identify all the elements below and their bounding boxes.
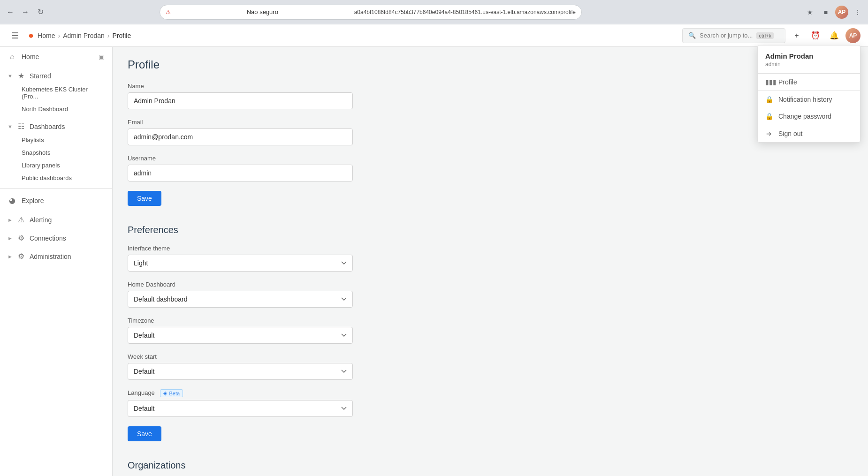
sidebar-section-administration: ► ⚙ Administration bbox=[0, 247, 112, 265]
beta-shield-icon: ◈ bbox=[163, 390, 167, 396]
sidebar-home-label: Home bbox=[22, 53, 39, 60]
sidebar-section-dashboards: ▼ ☷ Dashboards Playlists Snapshots Libra… bbox=[0, 117, 112, 186]
email-input[interactable] bbox=[128, 128, 353, 145]
sidebar-eks-label: Kubernetes EKS Cluster (Pro... bbox=[22, 86, 88, 100]
add-button[interactable]: + bbox=[789, 28, 804, 43]
profile-avatar-chrome[interactable]: AP bbox=[835, 6, 848, 19]
snapshots-label: Snapshots bbox=[22, 149, 50, 156]
dashboards-chevron: ▼ bbox=[8, 124, 13, 129]
beta-badge: ◈ Beta bbox=[160, 389, 183, 397]
sidebar-sub-item-snapshots[interactable]: Snapshots bbox=[0, 146, 112, 159]
sidebar-sub-item-library-panels[interactable]: Library panels bbox=[0, 159, 112, 172]
dropdown-role: admin bbox=[765, 61, 853, 68]
address-bar[interactable]: ⚠ Não seguro a0a4bf1086fd84c75bb377b640e… bbox=[160, 5, 582, 20]
more-menu[interactable]: ⋮ bbox=[851, 6, 864, 19]
clock-icon[interactable]: ⏰ bbox=[808, 28, 823, 43]
dropdown-username: Admin Prodan bbox=[765, 52, 853, 60]
sidebar-item-home[interactable]: ⌂ Home ▣ bbox=[0, 49, 112, 65]
search-placeholder: Search or jump to... bbox=[700, 32, 753, 39]
email-label: Email bbox=[128, 119, 853, 126]
dropdown-notification-history-label: Notification history bbox=[778, 96, 832, 103]
organizations-title: Organizations bbox=[128, 460, 853, 471]
administration-icon: ⚙ bbox=[16, 252, 26, 261]
preferences-title: Preferences bbox=[128, 225, 853, 235]
timezone-label: Timezone bbox=[128, 317, 853, 324]
bookmark-star[interactable]: ★ bbox=[803, 6, 816, 19]
search-icon: 🔍 bbox=[688, 32, 696, 39]
breadcrumb-parent[interactable]: Admin Prodan bbox=[63, 32, 105, 39]
breadcrumb-home[interactable]: Home bbox=[38, 32, 55, 39]
forward-button[interactable]: → bbox=[19, 6, 32, 19]
interface-theme-label: Interface theme bbox=[128, 245, 853, 252]
library-panels-label: Library panels bbox=[22, 162, 60, 169]
interface-theme-select[interactable]: Default Dark Light bbox=[128, 255, 353, 272]
back-button[interactable]: ← bbox=[4, 6, 17, 19]
header-right: 🔍 Search or jump to... ctrl+k + ⏰ 🔔 AP bbox=[682, 28, 860, 43]
save-button-1[interactable]: Save bbox=[128, 191, 161, 206]
sidebar-group-starred[interactable]: ▼ ★ Starred bbox=[0, 68, 112, 83]
language-select[interactable]: Default bbox=[128, 400, 353, 417]
sidebar-sub-item-north[interactable]: North Dashboard bbox=[0, 103, 112, 115]
sidebar: ⌂ Home ▣ ▼ ★ Starred Kubernetes EKS Clus… bbox=[0, 47, 113, 476]
sidebar-sub-item-eks[interactable]: Kubernetes EKS Cluster (Pro... bbox=[0, 83, 112, 103]
explore-icon: ◕ bbox=[8, 196, 17, 205]
url-text: a0a4bf1086fd84c75bb377b640e094a4-8501854… bbox=[354, 9, 576, 15]
dropdown-item-change-password[interactable]: 🔒 Change password bbox=[758, 108, 860, 125]
sidebar-group-dashboards[interactable]: ▼ ☷ Dashboards bbox=[0, 119, 112, 134]
name-label: Name bbox=[128, 83, 853, 90]
sidebar-section-explore: ◕ Explore bbox=[0, 190, 112, 211]
sidebar-section-connections: ► ⚙ Connections bbox=[0, 229, 112, 247]
language-group: Language ◈ Beta Default bbox=[128, 389, 853, 417]
beta-label: Beta bbox=[169, 391, 180, 396]
administration-chevron: ► bbox=[8, 254, 13, 259]
sidebar-sub-item-playlists[interactable]: Playlists bbox=[0, 134, 112, 146]
hamburger-menu[interactable]: ☰ bbox=[8, 28, 23, 43]
username-label: Username bbox=[128, 155, 853, 162]
alerting-chevron: ► bbox=[8, 217, 13, 223]
notifications-icon[interactable]: 🔔 bbox=[827, 28, 842, 43]
grafana-logo: ● bbox=[28, 30, 34, 41]
user-dropdown-menu: Admin Prodan admin ▮▮▮ Profile 🔒 Notific… bbox=[757, 45, 860, 143]
dropdown-item-notification-history[interactable]: 🔒 Notification history bbox=[758, 91, 860, 108]
search-bar[interactable]: 🔍 Search or jump to... ctrl+k bbox=[682, 28, 785, 43]
starred-chevron: ▼ bbox=[8, 73, 13, 79]
dropdown-item-profile[interactable]: ▮▮▮ Profile bbox=[758, 74, 860, 91]
security-label: Não seguro bbox=[247, 8, 278, 15]
change-password-icon: 🔒 bbox=[765, 113, 773, 120]
page-title: Profile bbox=[128, 58, 853, 71]
email-field-group: Email bbox=[128, 119, 853, 145]
sidebar-divider-1 bbox=[0, 188, 112, 189]
sidebar-sub-item-public-dashboards[interactable]: Public dashboards bbox=[0, 172, 112, 184]
extensions-btn[interactable]: ■ bbox=[819, 6, 832, 19]
sidebar-item-explore[interactable]: ◕ Explore bbox=[0, 192, 112, 209]
name-field-group: Name bbox=[128, 83, 853, 109]
connections-icon: ⚙ bbox=[16, 234, 26, 242]
explore-label: Explore bbox=[22, 197, 44, 204]
administration-label: Administration bbox=[30, 253, 71, 260]
save-button-2[interactable]: Save bbox=[128, 426, 161, 441]
alerting-icon: ⚠ bbox=[16, 215, 26, 224]
username-input[interactable] bbox=[128, 165, 353, 181]
sidebar-section-home: ⌂ Home ▣ bbox=[0, 47, 112, 67]
home-dashboard-select[interactable]: Default dashboard bbox=[128, 291, 353, 308]
timezone-select[interactable]: Default bbox=[128, 327, 353, 344]
alerting-label: Alerting bbox=[30, 216, 52, 224]
interface-theme-group: Interface theme Default Dark Light bbox=[128, 245, 853, 272]
sidebar-section-starred: ▼ ★ Starred Kubernetes EKS Cluster (Pro.… bbox=[0, 67, 112, 117]
user-avatar[interactable]: AP bbox=[845, 28, 860, 43]
app-header: ☰ ● Home › Admin Prodan › Profile 🔍 Sear… bbox=[0, 24, 868, 47]
notification-history-icon: 🔒 bbox=[765, 96, 773, 103]
name-input[interactable] bbox=[128, 92, 353, 109]
reload-button[interactable]: ↻ bbox=[34, 6, 47, 19]
sidebar-group-connections[interactable]: ► ⚙ Connections bbox=[0, 231, 112, 245]
dropdown-sign-out-label: Sign out bbox=[778, 130, 802, 137]
dropdown-header: Admin Prodan admin bbox=[758, 45, 860, 74]
sidebar-group-administration[interactable]: ► ⚙ Administration bbox=[0, 249, 112, 264]
sidebar-group-alerting[interactable]: ► ⚠ Alerting bbox=[0, 212, 112, 227]
breadcrumb-sep-1: › bbox=[58, 32, 60, 39]
sidebar-north-label: North Dashboard bbox=[22, 106, 68, 113]
week-start-select[interactable]: Default bbox=[128, 363, 353, 380]
language-label: Language ◈ Beta bbox=[128, 389, 853, 397]
breadcrumb-sep-2: › bbox=[107, 32, 110, 39]
dropdown-item-sign-out[interactable]: ➔ Sign out bbox=[758, 125, 860, 142]
